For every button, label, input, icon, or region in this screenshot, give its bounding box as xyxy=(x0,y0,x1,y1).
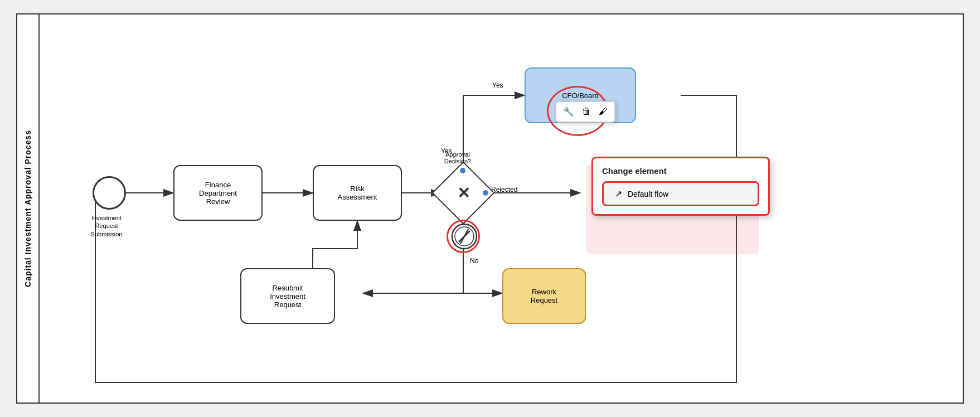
pool-label: Capital Investment Approval Process xyxy=(17,14,40,403)
gateway-question: Approval Decision? xyxy=(424,151,491,164)
change-popup-title: Change element xyxy=(602,166,759,176)
wrench-icon[interactable]: 🔧 xyxy=(561,105,576,118)
no-label: No xyxy=(470,257,478,265)
yes-label: Yes xyxy=(492,81,503,89)
pool-label-text: Capital Investment Approval Process xyxy=(23,130,32,287)
gateway-container[interactable]: ✕ xyxy=(441,171,486,215)
rework-request-node[interactable]: Rework Request xyxy=(502,268,586,324)
finance-review-node[interactable]: Finance Department Review xyxy=(173,165,263,221)
default-flow-label: Default flow xyxy=(628,190,668,198)
gateway-dot-right xyxy=(483,190,488,196)
default-flow-icon: ↗ xyxy=(615,188,622,199)
gateway-dot-top xyxy=(460,168,465,173)
start-event-node[interactable] xyxy=(93,176,126,210)
intermediate-event[interactable] xyxy=(450,222,478,253)
start-event-label: Investment Request Submission xyxy=(81,214,132,238)
default-flow-option[interactable]: ↗ Default flow xyxy=(602,181,759,206)
diagram-area: Investment Request Submission Finance De… xyxy=(40,14,963,403)
paint-icon[interactable]: 🖌 xyxy=(596,105,610,118)
tool-popup[interactable]: 🔧 🗑 🖌 xyxy=(555,101,615,123)
risk-assessment-node[interactable]: Risk Assessment xyxy=(313,165,402,221)
change-element-popup[interactable]: Change element ↗ Default flow xyxy=(591,157,770,216)
resubmit-node[interactable]: Resubmit Investment Request xyxy=(240,268,335,324)
diagram-container: Capital Investment Approval Process xyxy=(16,13,964,404)
rejected-label: Rejected xyxy=(491,186,517,193)
trash-icon[interactable]: 🗑 xyxy=(580,105,593,118)
